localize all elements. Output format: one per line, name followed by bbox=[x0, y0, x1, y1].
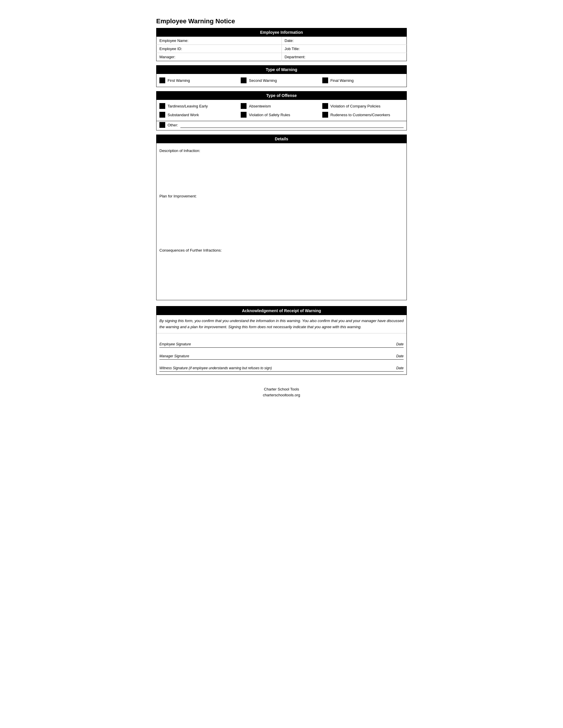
description-field: Description of Infraction: bbox=[159, 146, 404, 189]
warning-options-row: First Warning Second Warning Final Warni… bbox=[156, 74, 407, 87]
offense-company-policies[interactable]: Violation of Company Policies bbox=[322, 102, 404, 110]
substandard-checkbox[interactable] bbox=[159, 112, 165, 118]
absenteeism-label: Absenteeism bbox=[249, 104, 271, 108]
employee-sig-label: Employee Signature bbox=[159, 342, 191, 346]
manager-sig-label: Manager Signature bbox=[159, 354, 189, 358]
job-title-label: Job Title: bbox=[285, 47, 300, 51]
manager-sig-date: Date bbox=[396, 354, 404, 358]
final-warning-label: Final Warning bbox=[331, 78, 354, 83]
plan-field: Plan for Improvement: bbox=[159, 192, 404, 240]
final-warning-checkbox[interactable] bbox=[322, 77, 328, 83]
consequences-spacer bbox=[159, 270, 404, 292]
witness-sig-date: Date bbox=[396, 366, 404, 370]
job-title-cell: Job Title: bbox=[282, 45, 407, 53]
info-row-2: Employee ID: Job Title: bbox=[156, 45, 407, 53]
employee-name-label: Employee Name: bbox=[159, 38, 188, 43]
company-policies-label: Violation of Company Policies bbox=[331, 104, 381, 108]
description-spacer bbox=[159, 170, 404, 186]
second-warning-checkbox[interactable] bbox=[241, 77, 246, 83]
safety-rules-checkbox[interactable] bbox=[241, 112, 246, 118]
warning-option-first[interactable]: First Warning bbox=[159, 77, 241, 83]
info-row-1: Employee Name: Date: bbox=[156, 37, 407, 45]
employee-sig-row: Employee Signature Date bbox=[159, 342, 404, 348]
acknowledgement-section: Acknowledgement of Receipt of Warning By… bbox=[156, 306, 407, 375]
document-title: Employee Warning Notice bbox=[156, 17, 407, 25]
details-section: Details Description of Infraction: Plan … bbox=[156, 135, 407, 300]
safety-rules-label: Violation of Safety Rules bbox=[249, 113, 290, 117]
department-cell: Department: bbox=[282, 53, 407, 61]
details-inner: Description of Infraction: Plan for Impr… bbox=[156, 143, 407, 300]
document-footer: Charter School Tools charterschooltools.… bbox=[156, 386, 407, 399]
manager-cell: Manager: bbox=[156, 53, 282, 61]
manager-sig-row: Manager Signature Date bbox=[159, 354, 404, 360]
footer-line-1: Charter School Tools bbox=[156, 386, 407, 393]
plan-label: Plan for Improvement: bbox=[159, 194, 404, 198]
rudeness-checkbox[interactable] bbox=[322, 112, 328, 118]
employee-warning-document: Employee Warning Notice Employee Informa… bbox=[156, 17, 407, 398]
witness-sig-label: Witness Signature (if employee understan… bbox=[159, 366, 272, 370]
warning-option-final[interactable]: Final Warning bbox=[322, 77, 404, 83]
other-label: Other: bbox=[167, 123, 178, 127]
offense-substandard[interactable]: Substandard Work bbox=[159, 111, 241, 119]
substandard-label: Substandard Work bbox=[167, 113, 199, 117]
tardiness-label: Tardiness/Leaving Early bbox=[167, 104, 208, 108]
employee-info-header: Employee Information bbox=[156, 28, 407, 37]
details-header: Details bbox=[156, 135, 407, 143]
info-row-3: Manager: Department: bbox=[156, 53, 407, 61]
signature-block: Employee Signature Date Manager Signatur… bbox=[156, 333, 407, 372]
type-of-offense-section: Type of Offense Tardiness/Leaving Early … bbox=[156, 91, 407, 130]
offense-absenteeism[interactable]: Absenteeism bbox=[241, 102, 322, 110]
other-checkbox[interactable] bbox=[159, 122, 165, 128]
consequences-label: Consequences of Further Infractions: bbox=[159, 248, 404, 252]
first-warning-checkbox[interactable] bbox=[159, 77, 165, 83]
description-label: Description of Infraction: bbox=[159, 149, 404, 153]
second-warning-label: Second Warning bbox=[249, 78, 277, 83]
warning-option-second[interactable]: Second Warning bbox=[241, 77, 322, 83]
offense-grid: Tardiness/Leaving Early Absenteeism Viol… bbox=[156, 100, 407, 121]
consequences-field: Consequences of Further Infractions: bbox=[159, 246, 404, 294]
tardiness-checkbox[interactable] bbox=[159, 103, 165, 109]
first-warning-label: First Warning bbox=[167, 78, 190, 83]
type-of-warning-section: Type of Warning First Warning Second War… bbox=[156, 65, 407, 87]
date-cell: Date: bbox=[282, 37, 407, 45]
acknowledgement-header: Acknowledgement of Receipt of Warning bbox=[156, 306, 407, 315]
type-of-warning-header: Type of Warning bbox=[156, 65, 407, 74]
absenteeism-checkbox[interactable] bbox=[241, 103, 246, 109]
offense-rudeness[interactable]: Rudeness to Customers/Coworkers bbox=[322, 111, 404, 119]
plan-spacer bbox=[159, 216, 404, 238]
footer-line-2: charterschooltools.org bbox=[156, 392, 407, 398]
other-input-line[interactable] bbox=[180, 122, 404, 128]
employee-name-cell: Employee Name: bbox=[156, 37, 282, 45]
department-label: Department: bbox=[285, 55, 306, 59]
employee-id-cell: Employee ID: bbox=[156, 45, 282, 53]
date-label: Date: bbox=[285, 38, 294, 43]
offense-other-row: Other: bbox=[156, 121, 407, 130]
offense-tardiness[interactable]: Tardiness/Leaving Early bbox=[159, 102, 241, 110]
manager-label: Manager: bbox=[159, 55, 175, 59]
employee-info-section: Employee Information Employee Name: Date… bbox=[156, 28, 407, 61]
employee-id-label: Employee ID: bbox=[159, 47, 182, 51]
acknowledgement-text: By signing this form, you confirm that y… bbox=[156, 315, 407, 333]
company-policies-checkbox[interactable] bbox=[322, 103, 328, 109]
witness-sig-row: Witness Signature (if employee understan… bbox=[159, 366, 404, 372]
employee-info-table: Employee Name: Date: Employee ID: Job Ti… bbox=[156, 37, 407, 61]
rudeness-label: Rudeness to Customers/Coworkers bbox=[331, 113, 390, 117]
employee-sig-date: Date bbox=[396, 342, 404, 346]
offense-safety-rules[interactable]: Violation of Safety Rules bbox=[241, 111, 322, 119]
type-of-offense-header: Type of Offense bbox=[156, 91, 407, 100]
